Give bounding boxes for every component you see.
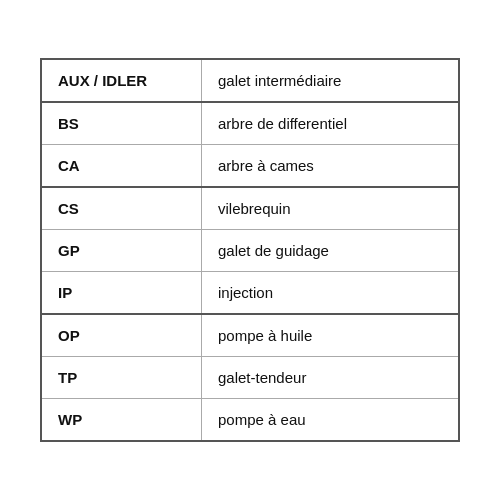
cell-value: galet intermédiaire [202,60,458,101]
table-row: CSvilebrequin [42,188,458,230]
table-row: CAarbre à cames [42,145,458,188]
definitions-table: AUX / IDLERgalet intermédiaireBSarbre de… [40,58,460,442]
table-row: IPinjection [42,272,458,315]
cell-key: WP [42,399,202,440]
cell-value: arbre à cames [202,145,458,186]
cell-key: IP [42,272,202,313]
cell-value: arbre de differentiel [202,103,458,144]
table-row: OPpompe à huile [42,315,458,357]
cell-key: BS [42,103,202,144]
cell-value: pompe à eau [202,399,458,440]
cell-value: pompe à huile [202,315,458,356]
cell-value: galet-tendeur [202,357,458,398]
cell-key: CA [42,145,202,186]
table-row: TPgalet-tendeur [42,357,458,399]
cell-value: injection [202,272,458,313]
cell-value: vilebrequin [202,188,458,229]
cell-key: OP [42,315,202,356]
cell-key: GP [42,230,202,271]
table-row: BSarbre de differentiel [42,103,458,145]
table-row: GPgalet de guidage [42,230,458,272]
cell-key: AUX / IDLER [42,60,202,101]
cell-key: CS [42,188,202,229]
table-row: AUX / IDLERgalet intermédiaire [42,60,458,103]
cell-key: TP [42,357,202,398]
table-row: WPpompe à eau [42,399,458,440]
cell-value: galet de guidage [202,230,458,271]
